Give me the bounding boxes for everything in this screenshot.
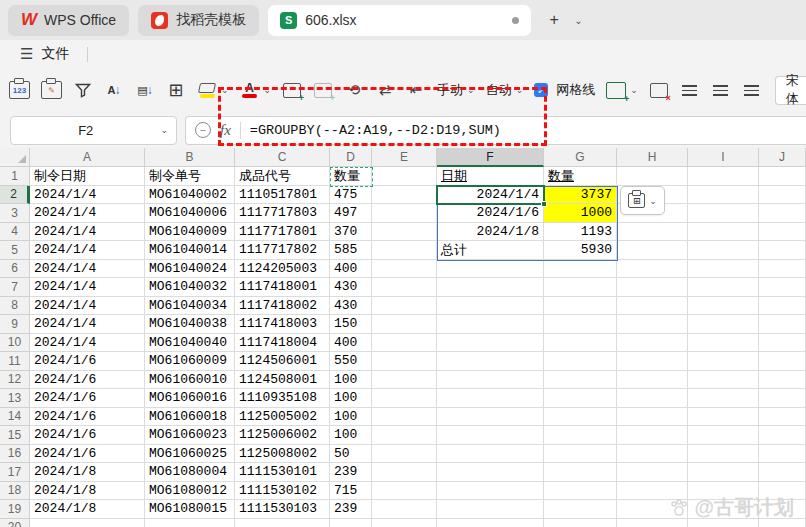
cell-G20[interactable] xyxy=(544,519,617,527)
cell-G9[interactable] xyxy=(544,315,617,334)
format-painter-button[interactable]: ✎ xyxy=(41,77,62,103)
cell-A18[interactable]: 2024/1/8 xyxy=(30,482,145,501)
cell-I5[interactable] xyxy=(688,241,759,260)
cell-D18[interactable]: 715 xyxy=(330,482,372,501)
cell-H14[interactable] xyxy=(617,408,688,427)
unmerge-cells-button[interactable] xyxy=(649,77,669,103)
cell-E19[interactable] xyxy=(372,500,437,519)
cell-H18[interactable] xyxy=(617,482,688,501)
cell-D12[interactable]: 100 xyxy=(330,371,372,390)
cell-A2[interactable]: 2024/1/4 xyxy=(30,186,145,205)
cell-A6[interactable]: 2024/1/4 xyxy=(30,260,145,279)
cell-D15[interactable]: 100 xyxy=(330,426,372,445)
tab-docer-templates[interactable]: 找稻壳模板 xyxy=(138,5,259,36)
sort-ascending-button[interactable]: A↓ xyxy=(104,77,124,103)
select-all-corner[interactable] xyxy=(0,148,30,167)
cell-I8[interactable] xyxy=(688,297,759,316)
cell-D1[interactable]: 数量 xyxy=(330,167,372,186)
row-header-9[interactable]: 9 xyxy=(0,315,30,334)
fill-color-dropdown-chevron[interactable]: ⌄ xyxy=(221,85,229,95)
align-center-button[interactable] xyxy=(711,77,731,103)
cell-H1[interactable] xyxy=(617,167,688,186)
cell-E20[interactable] xyxy=(372,519,437,527)
column-header-G[interactable]: G xyxy=(544,148,617,167)
cell-C7[interactable]: 1117418001 xyxy=(235,278,330,297)
cell-G18[interactable] xyxy=(544,482,617,501)
cell-D16[interactable]: 50 xyxy=(330,445,372,464)
fill-handle[interactable] xyxy=(541,201,547,207)
name-box-chevron-icon[interactable]: ⌄ xyxy=(160,125,168,135)
cell-H11[interactable] xyxy=(617,352,688,371)
cell-G19[interactable] xyxy=(544,500,617,519)
cell-D7[interactable]: 430 xyxy=(330,278,372,297)
cell-B11[interactable]: MO61060009 xyxy=(145,352,235,371)
cell-D6[interactable]: 400 xyxy=(330,260,372,279)
menu-hamburger-icon[interactable]: ☰ xyxy=(20,45,32,63)
cell-F10[interactable] xyxy=(437,334,544,353)
cell-A4[interactable]: 2024/1/4 xyxy=(30,223,145,242)
cell-F8[interactable] xyxy=(437,297,544,316)
cell-F7[interactable] xyxy=(437,278,544,297)
cell-A14[interactable]: 2024/1/6 xyxy=(30,408,145,427)
cell-I15[interactable] xyxy=(688,426,759,445)
cell-E17[interactable] xyxy=(372,463,437,482)
cell-J7[interactable] xyxy=(759,278,806,297)
cell-E12[interactable] xyxy=(372,371,437,390)
cell-J4[interactable] xyxy=(759,223,806,242)
cell-I19[interactable] xyxy=(688,500,759,519)
cell-B3[interactable]: MO61040006 xyxy=(145,204,235,223)
cell-J12[interactable] xyxy=(759,371,806,390)
cell-C4[interactable]: 1117717801 xyxy=(235,223,330,242)
row-header-16[interactable]: 16 xyxy=(0,445,30,464)
row-header-5[interactable]: 5 xyxy=(0,241,30,260)
cell-I16[interactable] xyxy=(688,445,759,464)
column-header-C[interactable]: C xyxy=(235,148,330,167)
row-header-20[interactable]: 20 xyxy=(0,519,30,527)
cell-C18[interactable]: 1111530102 xyxy=(235,482,330,501)
cell-B10[interactable]: MO61040040 xyxy=(145,334,235,353)
cell-E9[interactable] xyxy=(372,315,437,334)
cell-H17[interactable] xyxy=(617,463,688,482)
cell-G17[interactable] xyxy=(544,463,617,482)
cell-C13[interactable]: 1110935108 xyxy=(235,389,330,408)
row-header-3[interactable]: 3 xyxy=(0,204,30,223)
cell-B17[interactable]: MO61080004 xyxy=(145,463,235,482)
cell-H20[interactable] xyxy=(617,519,688,527)
cell-B2[interactable]: MO61040002 xyxy=(145,186,235,205)
cell-G6[interactable] xyxy=(544,260,617,279)
row-header-14[interactable]: 14 xyxy=(0,408,30,427)
cell-E7[interactable] xyxy=(372,278,437,297)
collapse-formula-icon[interactable]: − xyxy=(195,122,211,138)
file-menu[interactable]: 文件 xyxy=(41,45,69,63)
cell-B15[interactable]: MO61060023 xyxy=(145,426,235,445)
new-tab-button[interactable]: + xyxy=(544,7,564,33)
cell-F18[interactable] xyxy=(437,482,544,501)
cell-J11[interactable] xyxy=(759,352,806,371)
cell-A7[interactable]: 2024/1/4 xyxy=(30,278,145,297)
cell-D8[interactable]: 430 xyxy=(330,297,372,316)
tab-wps-office[interactable]: W WPS Office xyxy=(8,5,129,36)
cell-A9[interactable]: 2024/1/4 xyxy=(30,315,145,334)
cell-A19[interactable]: 2024/1/8 xyxy=(30,500,145,519)
cell-G11[interactable] xyxy=(544,352,617,371)
cell-A8[interactable]: 2024/1/4 xyxy=(30,297,145,316)
cell-G12[interactable] xyxy=(544,371,617,390)
cell-I7[interactable] xyxy=(688,278,759,297)
cell-F2[interactable]: 2024/1/4 xyxy=(437,186,544,205)
gridlines-toggle[interactable]: ✓ 网格线 xyxy=(534,81,595,99)
cell-H8[interactable] xyxy=(617,297,688,316)
align-right-button[interactable] xyxy=(742,77,762,103)
row-header-18[interactable]: 18 xyxy=(0,482,30,501)
cell-G14[interactable] xyxy=(544,408,617,427)
cell-H4[interactable] xyxy=(617,223,688,242)
cell-F6[interactable] xyxy=(437,260,544,279)
cell-F16[interactable] xyxy=(437,445,544,464)
cell-E1[interactable] xyxy=(372,167,437,186)
cell-H7[interactable] xyxy=(617,278,688,297)
tab-list-chevron-icon[interactable]: ⌄ xyxy=(574,15,582,26)
cell-I2[interactable] xyxy=(688,186,759,205)
cell-E15[interactable] xyxy=(372,426,437,445)
font-color-button[interactable]: A xyxy=(240,77,260,103)
cell-G2[interactable]: 3737 xyxy=(544,186,617,205)
column-header-D[interactable]: D xyxy=(330,148,372,167)
